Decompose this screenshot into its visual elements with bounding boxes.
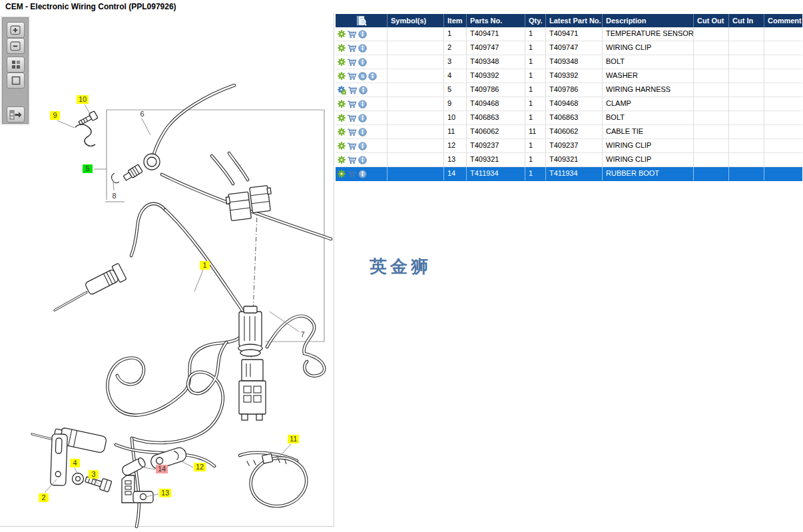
sbadge-icon[interactable]: S [358,72,367,81]
cell-symbols[interactable] [388,69,444,83]
cell-comment[interactable] [764,125,802,138]
cell-item[interactable]: 4 [444,69,467,83]
gear-icon[interactable] [338,114,346,122]
gear-icon[interactable] [338,128,346,136]
cell-qty[interactable]: 1 [525,153,546,166]
cell-comment[interactable] [764,111,802,125]
cart-icon[interactable] [347,142,357,150]
callout-9[interactable]: 9 [50,111,60,120]
cart-icon[interactable] [347,114,357,123]
callout-6[interactable]: 6 [137,110,147,119]
part-search-icon[interactable] [336,14,388,27]
cell-latest[interactable]: T409471 [546,27,603,41]
column-header-comment[interactable]: Comment [764,14,802,27]
cell-latest[interactable]: T409468 [546,97,603,111]
info-icon[interactable] [358,30,367,39]
cell-qty[interactable]: 11 [525,125,546,138]
cell-qty[interactable]: 1 [525,139,546,152]
cell-cut_out[interactable] [694,27,729,41]
cell-qty[interactable]: 1 [525,27,546,41]
cell-symbols[interactable] [388,55,444,69]
callout-3[interactable]: 3 [89,470,99,479]
table-row-item-9[interactable]: 9T4094681T409468CLAMP [336,97,802,111]
cell-comment[interactable] [764,69,802,83]
cart-icon[interactable] [347,128,357,136]
cell-latest[interactable]: T409348 [546,55,603,69]
callout-7[interactable]: 7 [298,330,308,339]
info-icon[interactable] [358,44,367,53]
cell-latest[interactable]: T409237 [546,139,603,152]
table-row-item-5[interactable]: 5T4097861T409786WIRING HARNESS [336,83,802,97]
cell-parts_no[interactable]: T411934 [467,167,525,180]
info-icon[interactable] [358,156,367,164]
cell-cut_in[interactable] [729,153,764,166]
table-row-item-12[interactable]: 12T4092371T409237WIRING CLIP [336,139,802,153]
callout-11[interactable]: 11 [288,435,299,443]
cell-item[interactable]: 11 [444,125,467,138]
cell-comment[interactable] [764,55,802,69]
cell-parts_no[interactable]: T406863 [467,111,525,125]
cell-comment[interactable] [764,27,802,41]
callout-10[interactable]: 10 [77,95,89,104]
gear-icon[interactable] [338,142,346,150]
cell-symbols[interactable] [388,97,444,111]
cell-symbols[interactable] [388,83,444,97]
cell-parts_no[interactable]: T406062 [467,125,525,138]
cell-symbols[interactable] [388,139,444,152]
column-header-symbols[interactable]: Symbol(s) [388,14,444,27]
gear-icon[interactable] [338,100,346,108]
cell-parts_no[interactable]: T409471 [467,27,525,41]
cell-parts_no[interactable]: T409786 [467,83,525,97]
info-icon[interactable] [358,128,367,136]
table-row-item-13[interactable]: 13T4093211T409321WIRING CLIP [336,153,802,167]
cell-cut_in[interactable] [729,97,764,111]
cell-parts_no[interactable]: T409348 [467,55,525,69]
cell-desc[interactable]: WIRING CLIP [603,153,694,166]
column-header-item[interactable]: Item [444,14,467,27]
cell-latest[interactable]: T406062 [546,125,603,138]
cell-cut_out[interactable] [694,153,729,166]
cell-qty[interactable]: 1 [525,69,546,83]
cell-desc[interactable]: TEMPERATURE SENSOR [603,27,694,41]
cell-symbols[interactable] [388,111,444,125]
cell-qty[interactable]: 1 [525,55,546,69]
gear-icon[interactable] [338,58,346,66]
cell-parts_no[interactable]: T409392 [467,69,525,83]
gear-icon[interactable] [338,170,346,178]
cell-item[interactable]: 1 [444,27,467,41]
cell-desc[interactable]: WIRING HARNESS [603,83,694,97]
table-row-item-1[interactable]: 1T4094711T409471TEMPERATURE SENSOR [336,27,802,41]
cell-cut_in[interactable] [729,41,764,55]
cell-cut_in[interactable] [729,125,764,138]
gear-icon[interactable] [338,156,346,164]
cell-desc[interactable]: WIRING CLIP [603,139,694,152]
callout-5[interactable]: 5 [83,164,93,173]
cell-symbols[interactable] [388,41,444,55]
zoom-in-button[interactable] [7,22,25,38]
callout-14[interactable]: 14 [156,465,168,473]
gearmulti-icon[interactable] [338,86,346,95]
cell-cut_in[interactable] [729,83,764,97]
zoom-out-button[interactable] [7,38,25,54]
column-header-qty[interactable]: Qty. [525,14,546,27]
cell-cut_in[interactable] [729,55,764,69]
cell-qty[interactable]: 1 [525,97,546,111]
cell-item[interactable]: 12 [444,139,467,152]
cell-parts_no[interactable]: T409237 [467,139,525,152]
cell-qty[interactable]: 1 [525,167,546,180]
cell-qty[interactable]: 1 [525,41,546,55]
cell-symbols[interactable] [388,167,444,180]
cell-symbols[interactable] [388,27,444,41]
cell-cut_out[interactable] [694,83,729,97]
callout-1[interactable]: 1 [200,261,210,270]
cell-latest[interactable]: T411934 [546,167,603,180]
callout-8[interactable]: 8 [109,192,119,200]
cell-comment[interactable] [764,97,802,111]
column-header-cut_out[interactable]: Cut Out [694,14,729,27]
cart-icon[interactable] [347,30,357,39]
table-row-item-3[interactable]: 3T4093481T409348BOLT [336,55,802,69]
callout-2[interactable]: 2 [39,493,49,502]
export-panel-button[interactable] [7,107,25,123]
cell-item[interactable]: 5 [444,83,467,97]
cell-cut_in[interactable] [729,167,764,180]
